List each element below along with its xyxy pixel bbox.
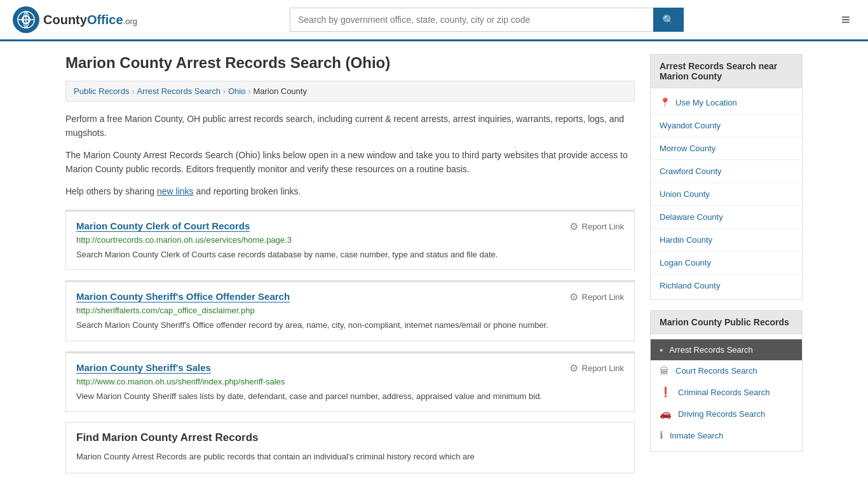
breadcrumb-sep-1: › bbox=[132, 87, 134, 96]
records-container: Marion County Clerk of Court Records ⚙ R… bbox=[65, 210, 635, 412]
nav-item-link[interactable]: Driving Records Search bbox=[678, 409, 765, 419]
nearby-item: Union County bbox=[651, 186, 802, 203]
intro-para2: The Marion County Arrest Records Search … bbox=[65, 148, 635, 177]
logo-icon bbox=[13, 6, 39, 33]
nearby-section-title: Arrest Records Search near Marion County bbox=[651, 55, 802, 88]
report-link-label: Report Link bbox=[582, 363, 624, 373]
record-card: Marion County Sheriff's Office Offender … bbox=[65, 280, 635, 341]
record-card: Marion County Clerk of Court Records ⚙ R… bbox=[65, 210, 635, 271]
record-desc: Search Marion County Clerk of Courts cas… bbox=[76, 248, 624, 261]
record-url[interactable]: http://courtrecords.co.marion.oh.us/eser… bbox=[76, 235, 624, 245]
divider bbox=[651, 114, 802, 114]
search-input[interactable] bbox=[290, 8, 653, 32]
nearby-item-link[interactable]: Richland County bbox=[660, 281, 720, 290]
site-header: CountyOffice.org 🔍 ≡ bbox=[0, 0, 868, 41]
record-desc: Search Marion County Sheriff's Office of… bbox=[76, 319, 624, 332]
nav-icon: 🚗 bbox=[660, 408, 672, 419]
nav-icon: ℹ bbox=[660, 430, 663, 441]
nearby-item-link[interactable]: Wyandot County bbox=[660, 121, 721, 130]
nearby-item-link[interactable]: Delaware County bbox=[660, 212, 723, 222]
record-title-link[interactable]: Marion County Clerk of Court Records bbox=[76, 220, 250, 232]
record-url[interactable]: http://sheriffalerts.com/cap_office_disc… bbox=[76, 306, 624, 315]
intro-para3: Help others by sharing new links and rep… bbox=[65, 184, 635, 198]
divider bbox=[651, 274, 802, 274]
logo-text: CountyOffice.org bbox=[43, 13, 137, 27]
nearby-item-link[interactable]: Use My Location bbox=[675, 98, 737, 107]
nearby-section-body: 📍Use My LocationWyandot CountyMorrow Cou… bbox=[651, 88, 802, 299]
intro-para3-suffix: and reporting broken links. bbox=[194, 186, 301, 196]
record-title: Marion County Sheriff's Sales bbox=[76, 362, 211, 373]
nearby-item: Delaware County bbox=[651, 208, 802, 226]
public-records-section: Marion County Public Records ▪Arrest Rec… bbox=[650, 310, 803, 452]
breadcrumb-public-records[interactable]: Public Records bbox=[74, 86, 129, 96]
find-section: Find Marion County Arrest Records Marion… bbox=[65, 422, 635, 473]
record-title: Marion County Clerk of Court Records bbox=[76, 220, 250, 231]
content-area: Marion County Arrest Records Search (Ohi… bbox=[65, 54, 635, 473]
nearby-item-link[interactable]: Hardin County bbox=[660, 235, 712, 245]
location-icon: 📍 bbox=[660, 97, 670, 107]
find-section-title: Find Marion County Arrest Records bbox=[76, 431, 624, 444]
breadcrumb-arrest-records[interactable]: Arrest Records Search bbox=[137, 86, 220, 96]
nearby-item: Hardin County bbox=[651, 231, 802, 248]
report-link-label: Report Link bbox=[582, 292, 624, 302]
search-button[interactable]: 🔍 bbox=[653, 8, 684, 32]
report-icon: ⚙ bbox=[569, 291, 578, 303]
divider bbox=[651, 228, 802, 229]
breadcrumb: Public Records › Arrest Records Search ›… bbox=[65, 81, 635, 102]
sidebar: Arrest Records Search near Marion County… bbox=[650, 54, 803, 473]
nearby-item: Morrow County bbox=[651, 140, 802, 157]
main-container: Marion County Arrest Records Search (Ohi… bbox=[53, 41, 815, 486]
nav-item-link[interactable]: Criminal Records Search bbox=[678, 388, 770, 397]
breadcrumb-ohio[interactable]: Ohio bbox=[228, 86, 245, 96]
public-records-section-body: ▪Arrest Records Search🏛Court Records Sea… bbox=[651, 334, 802, 451]
divider bbox=[651, 205, 802, 206]
report-link-button[interactable]: ⚙ Report Link bbox=[569, 291, 624, 303]
intro-para3-prefix: Help others by sharing bbox=[65, 186, 157, 196]
breadcrumb-current: Marion County bbox=[253, 86, 307, 96]
nav-item-link[interactable]: Inmate Search bbox=[670, 431, 724, 440]
report-icon: ⚙ bbox=[569, 362, 578, 374]
divider bbox=[651, 159, 802, 160]
report-link-label: Report Link bbox=[582, 222, 624, 231]
record-card-header: Marion County Sheriff's Office Offender … bbox=[76, 291, 624, 303]
page-title: Marion County Arrest Records Search (Ohi… bbox=[65, 54, 635, 72]
public-records-nav-item[interactable]: ▪Arrest Records Search bbox=[651, 339, 802, 360]
report-icon: ⚙ bbox=[569, 220, 578, 233]
record-url[interactable]: http://www.co.marion.oh.us/sheriff/index… bbox=[76, 377, 624, 386]
hamburger-menu-button[interactable]: ≡ bbox=[836, 8, 855, 31]
nav-item-label: Arrest Records Search bbox=[669, 345, 753, 355]
nearby-item: 📍Use My Location bbox=[651, 93, 802, 111]
public-records-nav-item[interactable]: 🏛Court Records Search bbox=[651, 360, 802, 381]
record-title-link[interactable]: Marion County Sheriff's Office Offender … bbox=[76, 291, 290, 302]
record-card: Marion County Sheriff's Sales ⚙ Report L… bbox=[65, 351, 635, 412]
search-bar: 🔍 bbox=[290, 8, 684, 32]
logo[interactable]: CountyOffice.org bbox=[13, 6, 137, 33]
new-links-link[interactable]: new links bbox=[157, 186, 194, 196]
record-card-header: Marion County Sheriff's Sales ⚙ Report L… bbox=[76, 362, 624, 374]
report-link-button[interactable]: ⚙ Report Link bbox=[569, 362, 624, 374]
nearby-item: Richland County bbox=[651, 277, 802, 294]
divider bbox=[651, 251, 802, 252]
record-title-link[interactable]: Marion County Sheriff's Sales bbox=[76, 362, 211, 374]
nav-item-link[interactable]: Court Records Search bbox=[675, 366, 757, 376]
record-title: Marion County Sheriff's Office Offender … bbox=[76, 291, 290, 302]
nav-icon: ▪ bbox=[660, 344, 663, 355]
public-records-nav-item[interactable]: ❗Criminal Records Search bbox=[651, 381, 802, 403]
record-desc: View Marion County Sheriff sales lists b… bbox=[76, 390, 624, 403]
nearby-item-link[interactable]: Union County bbox=[660, 189, 710, 199]
breadcrumb-sep-3: › bbox=[248, 87, 250, 96]
nearby-item: Crawford County bbox=[651, 163, 802, 180]
nearby-item-link[interactable]: Logan County bbox=[660, 258, 711, 268]
public-records-nav-item[interactable]: ℹInmate Search bbox=[651, 424, 802, 446]
public-records-nav-item[interactable]: 🚗Driving Records Search bbox=[651, 403, 802, 424]
find-section-desc: Marion County Arrest Records are public … bbox=[76, 451, 624, 464]
divider bbox=[651, 182, 802, 183]
report-link-button[interactable]: ⚙ Report Link bbox=[569, 220, 624, 233]
nearby-section: Arrest Records Search near Marion County… bbox=[650, 54, 803, 300]
nav-icon: ❗ bbox=[660, 386, 672, 398]
public-records-section-title: Marion County Public Records bbox=[651, 311, 802, 334]
nav-icon: 🏛 bbox=[660, 365, 669, 376]
nearby-item: Wyandot County bbox=[651, 117, 802, 134]
nearby-item-link[interactable]: Morrow County bbox=[660, 144, 715, 153]
nearby-item-link[interactable]: Crawford County bbox=[660, 166, 722, 176]
